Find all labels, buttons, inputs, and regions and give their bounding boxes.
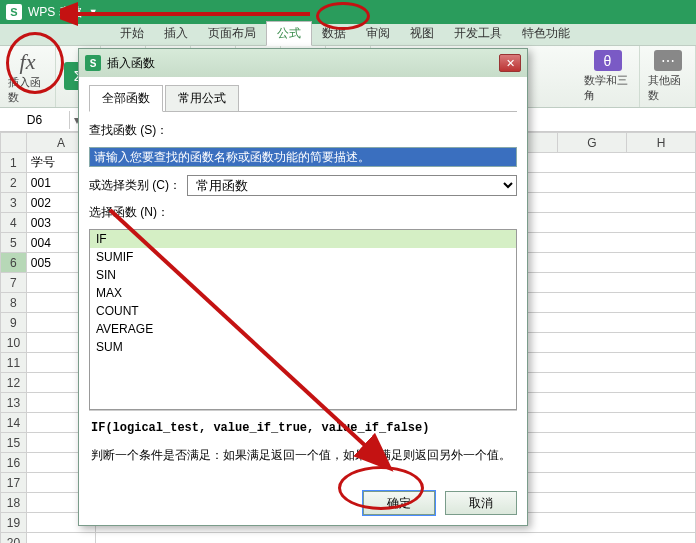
tab-layout[interactable]: 页面布局 bbox=[198, 22, 266, 45]
dots-icon: ⋯ bbox=[654, 50, 682, 71]
corner-cell[interactable] bbox=[1, 133, 27, 153]
row-header[interactable]: 11 bbox=[1, 353, 27, 373]
list-item[interactable]: AVERAGE bbox=[90, 320, 516, 338]
app-caret-icon: ▼ bbox=[89, 7, 98, 17]
category-label: 或选择类别 (C)： bbox=[89, 177, 181, 194]
menu-bar: 开始 插入 页面布局 公式 数据 审阅 视图 开发工具 特色功能 bbox=[0, 24, 696, 46]
tab-review[interactable]: 审阅 bbox=[356, 22, 400, 45]
ribbon-math-label: 数学和三角 bbox=[584, 73, 631, 103]
tab-data[interactable]: 数据 bbox=[312, 22, 356, 45]
row-header[interactable]: 20 bbox=[1, 533, 27, 544]
tab-all-functions[interactable]: 全部函数 bbox=[89, 85, 163, 112]
search-label: 查找函数 (S)： bbox=[89, 122, 168, 139]
row-header[interactable]: 10 bbox=[1, 333, 27, 353]
row-header[interactable]: 19 bbox=[1, 513, 27, 533]
dialog-title-bar[interactable]: S 插入函数 ✕ bbox=[79, 49, 527, 77]
list-item[interactable]: SIN bbox=[90, 266, 516, 284]
app-title-bar: S WPS 表格 ▼ bbox=[0, 0, 696, 24]
row-header[interactable]: 13 bbox=[1, 393, 27, 413]
category-select[interactable]: 常用函数 bbox=[187, 175, 517, 196]
row-header[interactable]: 4 bbox=[1, 213, 27, 233]
tab-start[interactable]: 开始 bbox=[110, 22, 154, 45]
list-item[interactable]: SUM bbox=[90, 338, 516, 356]
col-header[interactable]: H bbox=[627, 133, 696, 153]
tab-view[interactable]: 视图 bbox=[400, 22, 444, 45]
function-description-text: 判断一个条件是否满足：如果满足返回一个值，如果不满足则返回另外一个值。 bbox=[91, 446, 515, 465]
fx-icon: fx bbox=[20, 49, 36, 75]
tab-common-formulas[interactable]: 常用公式 bbox=[165, 85, 239, 111]
row-header[interactable]: 3 bbox=[1, 193, 27, 213]
ribbon-group-math[interactable]: θ 数学和三角 bbox=[576, 46, 640, 107]
function-signature: IF(logical_test, value_if_true, value_if… bbox=[91, 419, 515, 438]
function-description: IF(logical_test, value_if_true, value_if… bbox=[89, 410, 517, 473]
ok-button[interactable]: 确定 bbox=[363, 491, 435, 515]
ribbon-other-label: 其他函数 bbox=[648, 73, 687, 103]
insert-function-label: 插入函数 bbox=[8, 75, 47, 105]
row-header[interactable]: 5 bbox=[1, 233, 27, 253]
app-logo-icon: S bbox=[6, 4, 22, 20]
app-title: WPS 表格 bbox=[28, 4, 83, 21]
name-box[interactable]: D6 bbox=[0, 111, 70, 129]
tab-dev[interactable]: 开发工具 bbox=[444, 22, 512, 45]
ribbon-group-other[interactable]: ⋯ 其他函数 bbox=[640, 46, 696, 107]
tab-special[interactable]: 特色功能 bbox=[512, 22, 580, 45]
row-header[interactable]: 1 bbox=[1, 153, 27, 173]
row-header[interactable]: 16 bbox=[1, 453, 27, 473]
col-header[interactable]: G bbox=[558, 133, 627, 153]
tab-formula[interactable]: 公式 bbox=[266, 21, 312, 46]
row-header[interactable]: 9 bbox=[1, 313, 27, 333]
list-item[interactable]: SUMIF bbox=[90, 248, 516, 266]
tab-insert[interactable]: 插入 bbox=[154, 22, 198, 45]
cancel-button[interactable]: 取消 bbox=[445, 491, 517, 515]
dialog-title: 插入函数 bbox=[107, 55, 155, 72]
close-button[interactable]: ✕ bbox=[499, 54, 521, 72]
list-item[interactable]: IF bbox=[90, 230, 516, 248]
insert-function-dialog: S 插入函数 ✕ 全部函数 常用公式 查找函数 (S)： 或选择类别 (C)： … bbox=[78, 48, 528, 526]
row-header[interactable]: 2 bbox=[1, 173, 27, 193]
dialog-tabs: 全部函数 常用公式 bbox=[89, 85, 517, 112]
row-header[interactable]: 8 bbox=[1, 293, 27, 313]
list-item[interactable]: COUNT bbox=[90, 302, 516, 320]
row-header[interactable]: 14 bbox=[1, 413, 27, 433]
function-list[interactable]: IF SUMIF SIN MAX COUNT AVERAGE SUM bbox=[89, 229, 517, 410]
dialog-logo-icon: S bbox=[85, 55, 101, 71]
dialog-button-row: 确定 取消 bbox=[79, 481, 527, 525]
list-item[interactable]: MAX bbox=[90, 284, 516, 302]
insert-function-group[interactable]: fx 插入函数 bbox=[0, 46, 56, 107]
select-function-label: 选择函数 (N)： bbox=[89, 204, 169, 221]
row-header[interactable]: 6 bbox=[1, 253, 27, 273]
search-input[interactable] bbox=[89, 147, 517, 167]
row-header[interactable]: 7 bbox=[1, 273, 27, 293]
row-header[interactable]: 15 bbox=[1, 433, 27, 453]
theta-icon: θ bbox=[594, 50, 622, 71]
row-header[interactable]: 12 bbox=[1, 373, 27, 393]
row-header[interactable]: 18 bbox=[1, 493, 27, 513]
row-header[interactable]: 17 bbox=[1, 473, 27, 493]
